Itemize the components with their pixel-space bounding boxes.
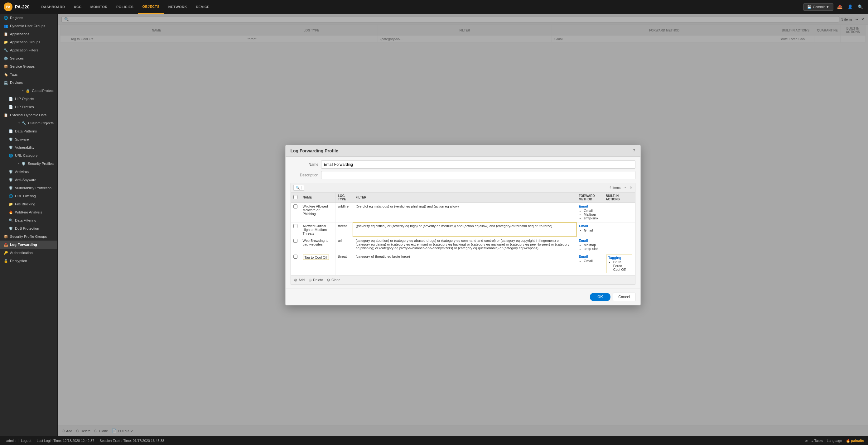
row4-filter: (category-of-threatid eq brute-force) — [353, 253, 576, 275]
description-field[interactable] — [321, 171, 636, 179]
row4-checkbox[interactable] — [293, 255, 298, 259]
sidebar-item-devices[interactable]: 💻 Devices — [0, 78, 57, 87]
chevron-down-icon: ▼ — [826, 5, 829, 9]
row3-forward-method: Email Mailtrap smtp-sink — [576, 237, 603, 253]
arrow-right-inner[interactable]: → — [623, 185, 627, 190]
row1-email-link[interactable]: Email — [579, 204, 588, 208]
row3-checkbox[interactable] — [293, 239, 298, 243]
sidebar-item-applications[interactable]: 📋 Applications — [0, 30, 57, 38]
row1-forward-method: Email Gmail Mailtrap smtp-sink — [576, 202, 603, 222]
sidebar-item-security-profile-groups[interactable]: 📦 Security Profile Groups — [0, 232, 57, 241]
commit-icon: 💾 — [807, 5, 812, 9]
paloalto-brand: 🔥 paloalto — [846, 439, 864, 443]
sidebar-item-application-groups[interactable]: 📁 Application Groups — [0, 38, 57, 46]
row1-email-list: Gmail Mailtrap smtp-sink — [579, 209, 600, 220]
sidebar-item-vulnerability[interactable]: 🛡️ Vulnerability — [0, 144, 57, 152]
sidebar-item-data-patterns[interactable]: 📄 Data Patterns — [0, 127, 57, 135]
search-icon[interactable]: 🔍 — [857, 3, 864, 10]
sidebar-item-wildfire-analysis[interactable]: 🔥 WildFire Analysis — [0, 208, 57, 216]
row3-email-list: Mailtrap smtp-sink — [579, 243, 600, 251]
add-button-inner[interactable]: ⊕ Add — [294, 278, 305, 282]
sidebar-item-hip-objects[interactable]: 📄 HIP Objects — [0, 95, 57, 103]
sidebar-item-vulnerability-protection[interactable]: 🛡️ Vulnerability Protection — [0, 184, 57, 192]
sidebar-item-application-filters[interactable]: 🔧 Application Filters — [0, 46, 57, 54]
row1-filter: ((verdict eq malicious) or (verdict eq p… — [353, 202, 576, 222]
sidebar-item-anti-spyware[interactable]: 🛡️ Anti-Spyware — [0, 176, 57, 184]
ok-button[interactable]: OK — [590, 293, 611, 301]
sidebar-item-url-filtering[interactable]: 🌐 URL Filtering — [0, 192, 57, 200]
inner-table-scroll: NAME LOG TYPE FILTER FORWARD METHOD BUIL… — [291, 193, 635, 275]
sidebar-item-globalprotect[interactable]: ▾ 🔒 GlobalProtect — [0, 87, 57, 95]
sidebar-item-file-blocking[interactable]: 📁 File Blocking — [0, 200, 57, 208]
row4-checkbox-cell[interactable] — [291, 253, 300, 275]
sidebar-item-spyware[interactable]: 🛡️ Spyware — [0, 135, 57, 144]
select-all-checkbox[interactable] — [293, 195, 298, 199]
cancel-button[interactable]: Cancel — [613, 293, 635, 301]
close-icon-inner[interactable]: ✕ — [629, 185, 632, 190]
nav-dashboard[interactable]: DASHBOARD — [37, 0, 69, 14]
logout-link[interactable]: Logout — [19, 439, 34, 443]
row4-builtin-highlight: Tagging Brute Force Cool Off — [606, 255, 632, 273]
inner-search-bar[interactable]: 🔍 | — [293, 185, 304, 191]
table-row[interactable]: Web Browsing to bad websites url (catego… — [291, 237, 635, 253]
globe-icon: 🌐 — [4, 15, 8, 20]
row2-checkbox-cell[interactable] — [291, 222, 300, 237]
nav-device[interactable]: DEVICE — [191, 0, 214, 14]
nav-acc[interactable]: ACC — [69, 0, 86, 14]
language-link[interactable]: Language — [827, 439, 842, 443]
row2-email-link[interactable]: Email — [579, 224, 588, 228]
sidebar-item-regions[interactable]: 🌐 Regions — [0, 14, 57, 22]
sidebar-item-dynamic-user-groups[interactable]: 👥 Dynamic User Groups — [0, 22, 57, 30]
app-icon: 📋 — [4, 32, 8, 36]
data-patterns-icon: 📄 — [9, 129, 13, 133]
delete-button-inner[interactable]: ⊖ Delete — [308, 278, 323, 282]
log-forwarding-icon: 📤 — [4, 243, 8, 247]
sidebar-item-decryption[interactable]: 🔓 Decryption — [0, 257, 57, 265]
nav-policies[interactable]: POLICIES — [112, 0, 138, 14]
sidebar-item-external-dynamic-lists[interactable]: 📋 External Dynamic Lists — [0, 111, 57, 119]
table-row[interactable]: Tag to Cool Off threat (category-of-thre… — [291, 253, 635, 275]
name-field[interactable] — [321, 160, 636, 168]
table-row[interactable]: Allowed Critical High or Medium Threats … — [291, 222, 635, 237]
nav-monitor[interactable]: MONITOR — [86, 0, 112, 14]
help-icon[interactable]: ? — [633, 148, 636, 153]
row1-checkbox-cell[interactable] — [291, 202, 300, 222]
sidebar-item-data-filtering[interactable]: 🔍 Data Filtering — [0, 216, 57, 224]
sidebar-item-custom-objects[interactable]: ▾ 🔧 Custom Objects — [0, 119, 57, 127]
row4-email-link[interactable]: Email — [579, 255, 588, 258]
session-expire-text: Session Expire Time: 01/17/2020 16:45:38 — [97, 439, 167, 443]
clone-button-inner[interactable]: ⊙ Clone — [327, 278, 340, 282]
spyware-icon: 🛡️ — [9, 137, 13, 141]
nav-objects[interactable]: OBJECTS — [138, 0, 164, 14]
device-name: PA-220 — [15, 4, 29, 9]
row2-checkbox[interactable] — [293, 224, 298, 228]
sidebar-item-log-forwarding[interactable]: 📤 Log Forwarding — [0, 241, 57, 249]
sidebar-item-security-profiles[interactable]: ▾ 🛡️ Security Profiles — [0, 160, 57, 168]
commit-button[interactable]: 💾 Commit ▼ — [803, 3, 833, 10]
sidebar-item-service-groups[interactable]: 📦 Service Groups — [0, 62, 57, 70]
sidebar-item-tags[interactable]: 🏷️ Tags — [0, 70, 57, 78]
sidebar-item-authentication[interactable]: 🔑 Authentication — [0, 249, 57, 257]
row1-checkbox[interactable] — [293, 204, 298, 209]
sidebar-item-dos-protection[interactable]: 🛡️ DoS Protection — [0, 224, 57, 232]
row3-checkbox-cell[interactable] — [291, 237, 300, 253]
row3-email-link[interactable]: Email — [579, 239, 588, 243]
export-icon[interactable]: 📤 — [836, 3, 844, 10]
row3-built-in — [603, 237, 635, 253]
row1-built-in — [603, 202, 635, 222]
user-icon[interactable]: 👤 — [846, 3, 854, 10]
row4-tagging-link[interactable]: Tagging — [608, 256, 621, 260]
authentication-icon: 🔑 — [4, 251, 8, 255]
sidebar-item-services[interactable]: ⚙️ Services — [0, 54, 57, 62]
sidebar-item-hip-profiles[interactable]: 📄 HIP Profiles — [0, 103, 57, 111]
sidebar-item-url-category[interactable]: 🌐 URL Category — [0, 152, 57, 160]
tasks-link[interactable]: ≡ Tasks — [811, 439, 823, 443]
modal-footer: OK Cancel — [286, 289, 641, 305]
inner-items-count: 4 items — [610, 186, 620, 189]
nav-network[interactable]: NETWORK — [164, 0, 191, 14]
file-blocking-icon: 📁 — [9, 202, 13, 206]
mail-icon[interactable]: ✉ — [805, 439, 807, 443]
filter-icon: 🔧 — [4, 48, 8, 52]
table-row[interactable]: WildFire Allowed Malware or Phishing wil… — [291, 202, 635, 222]
sidebar-item-antivirus[interactable]: 🛡️ Antivirus — [0, 168, 57, 176]
